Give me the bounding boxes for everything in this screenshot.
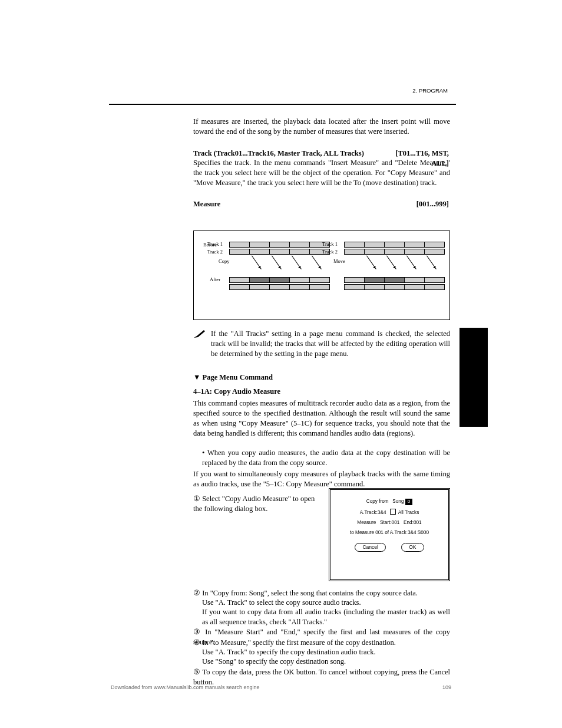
section-tab-black <box>459 328 488 427</box>
dlg-line1: Copy from Song 0 <box>335 498 444 505</box>
dlg-cancel-button[interactable]: Cancel <box>355 543 385 552</box>
diag-l-t2: Track 2 <box>203 249 227 255</box>
dlg-line3: Measure Start:001 End:001 <box>335 519 444 526</box>
menu-item-a-list1: • When you copy audio measures, the audi… <box>202 448 450 468</box>
arrow-icon <box>406 255 416 269</box>
dlg-song-label: Song <box>392 499 404 504</box>
dlg-end-label: End:001 <box>404 520 422 525</box>
arrow-icon <box>366 255 376 269</box>
dlg-song-field[interactable]: 0 <box>405 499 412 505</box>
diag-l-t1: Track 1 <box>203 241 227 248</box>
step-2a: ② In "Copy from: Song", select the song … <box>193 588 450 598</box>
note-para: If the "All Tracks" setting in a page me… <box>211 329 450 359</box>
dlg-atrack-label: A.Track:3&4 <box>360 510 386 515</box>
diag-row <box>229 277 329 283</box>
step-4c: Use "Song" to specify the copy destinati… <box>202 657 450 667</box>
diag-r-t2: Track 2 <box>318 249 342 255</box>
diag-copy-label: Copy <box>219 258 229 265</box>
diag-row <box>229 284 329 290</box>
arrow-icon <box>427 255 437 269</box>
pencil-icon <box>193 329 206 341</box>
arrow-icon <box>252 255 262 269</box>
diag-move-label: Move <box>333 258 345 265</box>
measure-range: [001...999] <box>377 199 449 209</box>
page-menu-heading: ▼ Page Menu Command <box>193 373 450 383</box>
intro-text: If measures are inserted, the playback d… <box>193 117 450 137</box>
menu-item-a-body: This command copies measures of multitra… <box>193 398 450 439</box>
step-4a: ④ In "to Measure," specify the first mea… <box>193 638 450 648</box>
dlg-ok-button[interactable]: OK <box>401 543 424 552</box>
diag-row <box>344 242 444 248</box>
diag-row <box>344 284 444 290</box>
menu-item-a-list1-text: When you copy audio measures, the audio … <box>202 449 450 467</box>
diag-r-t1: Track 1 <box>318 241 342 248</box>
step-2c: If you want to copy data from all audio … <box>202 607 450 627</box>
diag-row <box>344 277 444 283</box>
menu-item-a-body2: If you want to simultaneously copy measu… <box>193 469 450 489</box>
arrow-icon <box>386 255 396 269</box>
header-rule <box>109 104 456 105</box>
step-2b: Use "A. Track" to select the copy source… <box>202 598 450 608</box>
note-para-text: If the "All Tracks" setting in a page me… <box>211 330 450 358</box>
diag-row <box>229 242 329 248</box>
running-head: 2. PROGRAM <box>377 87 448 95</box>
footer-left: Downloaded from www.Manualslib.com manua… <box>111 684 260 691</box>
dlg-buttons: Cancel OK <box>335 543 444 552</box>
diag-row <box>344 249 444 255</box>
arrow-icon <box>272 255 282 269</box>
page-footer: Downloaded from www.Manualslib.com manua… <box>0 684 562 691</box>
arrow-icon <box>312 255 322 269</box>
dlg-measure-label: Measure <box>357 520 376 525</box>
dlg-copy-from-label: Copy from <box>366 499 389 504</box>
dlg-all-tracks-checkbox[interactable] <box>390 509 396 515</box>
track-heading-label: Track (Track01...Track16, Master Track, … <box>193 149 364 157</box>
track-body: Specifies the track. In the menu command… <box>193 158 450 188</box>
dlg-line2: A.Track:3&4 All Tracks <box>335 509 444 516</box>
dlg-line4: to Measure 001 of A.Track 3&4 S000 <box>335 529 444 536</box>
page-number: 109 <box>442 684 451 691</box>
arrow-icon <box>292 255 302 269</box>
step-4b: Use "A. Track" to specify the copy desti… <box>202 647 450 657</box>
diag-row <box>229 249 329 255</box>
step-1: ① Select "Copy Audio Measure" to open th… <box>193 494 317 514</box>
diag-after-label: After <box>203 276 227 283</box>
dlg-start-label: Start:001 <box>380 520 399 525</box>
measure-diagram: Before Track 1 Track 2 Copy After <box>193 230 450 320</box>
menu-item-a-heading: 4–1A: Copy Audio Measure <box>193 387 450 397</box>
copy-measure-dialog: Copy from Song 0 A.Track:3&4 All Tracks … <box>329 488 450 581</box>
dlg-all-tracks-label: All Tracks <box>398 510 419 515</box>
